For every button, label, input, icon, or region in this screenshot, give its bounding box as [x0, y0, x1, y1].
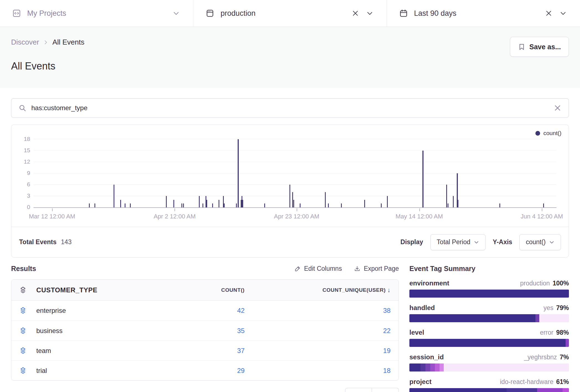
breadcrumb-discover-link[interactable]: Discover — [11, 38, 39, 47]
tag-top-value: error — [540, 329, 553, 336]
chart-bar[interactable] — [499, 203, 500, 207]
chart-bar[interactable] — [446, 185, 447, 207]
chart-plot-area[interactable]: 0369121518 — [34, 139, 556, 208]
chart-bar[interactable] — [300, 203, 301, 207]
display-select[interactable]: Total Period — [430, 234, 486, 250]
chart-bar[interactable] — [292, 192, 293, 207]
cell-count[interactable]: 29 — [145, 367, 245, 375]
sort-desc-arrow: ↓ — [387, 287, 391, 294]
chart-bar[interactable] — [448, 203, 448, 207]
col-customer-type[interactable]: CUSTOMER_TYPE — [36, 286, 97, 294]
cell-customer-type: business — [36, 327, 63, 335]
chart-bar[interactable] — [125, 203, 125, 207]
previous-page-button[interactable] — [345, 388, 372, 392]
table-header-row: CUSTOMER_TYPE COUNT() COUNT_UNIQUE(USER)… — [11, 280, 399, 301]
x-tick-mark — [419, 208, 420, 211]
chart-bar[interactable] — [238, 139, 239, 207]
environment-filter[interactable]: production — [193, 0, 386, 27]
col-count[interactable]: COUNT() — [145, 287, 245, 293]
export-page-button[interactable]: Export Page — [354, 265, 399, 272]
tag-distribution-bar[interactable] — [409, 388, 569, 392]
search-bar[interactable]: has:customer_type — [11, 98, 569, 118]
tag-distribution-bar[interactable] — [409, 290, 569, 298]
chart-bar[interactable] — [264, 203, 265, 207]
date-range-label: Last 90 days — [414, 9, 456, 18]
table-row: enterprise 42 38 — [11, 301, 399, 321]
chart-bar[interactable] — [199, 196, 200, 207]
save-as-button[interactable]: Save as... — [510, 37, 569, 57]
tag-distribution-bar[interactable] — [409, 314, 569, 322]
clear-date-icon[interactable] — [545, 10, 552, 17]
chart-bar[interactable] — [381, 203, 382, 207]
chart-bar[interactable] — [224, 203, 225, 207]
tag-bar-segment — [537, 388, 563, 392]
tag-name: project — [409, 378, 432, 386]
cell-count-unique-user[interactable]: 19 — [245, 347, 391, 355]
tag-bar-segment — [535, 314, 539, 322]
y-axis-select[interactable]: count() — [519, 234, 561, 250]
pagination — [11, 388, 399, 392]
results-section: Results Edit Columns Export Page — [11, 262, 399, 392]
chevron-down-icon[interactable] — [173, 10, 180, 17]
chart-bar[interactable] — [173, 200, 174, 207]
tag-percent: 100% — [553, 280, 569, 287]
chart-bar[interactable] — [387, 196, 388, 207]
tag-distribution-bar[interactable] — [409, 363, 569, 372]
chart-bar[interactable] — [130, 203, 131, 207]
chart-bar[interactable] — [242, 200, 243, 207]
edit-columns-button[interactable]: Edit Columns — [294, 265, 342, 272]
chart-bar[interactable] — [181, 203, 182, 207]
results-heading: Results — [11, 265, 36, 273]
col-count-unique-user[interactable]: COUNT_UNIQUE(USER) ↓ — [245, 287, 391, 294]
chart-bar[interactable] — [219, 200, 219, 207]
chart-bar[interactable] — [114, 185, 114, 207]
chart-bar[interactable] — [212, 203, 213, 207]
chart-bar[interactable] — [293, 200, 294, 207]
next-page-button[interactable] — [372, 388, 399, 392]
cell-count[interactable]: 37 — [145, 347, 245, 355]
chart-bar[interactable] — [206, 200, 207, 207]
chart-bar[interactable] — [341, 203, 342, 207]
clear-environment-icon[interactable] — [352, 10, 359, 17]
chart-bar[interactable] — [183, 203, 184, 207]
cell-count-unique-user[interactable]: 38 — [245, 307, 391, 314]
x-tick-label: May 14 12:00 AM — [396, 213, 443, 220]
tag-bar-segment — [563, 388, 569, 392]
cell-count[interactable]: 35 — [145, 327, 245, 335]
chart-bar[interactable] — [328, 203, 329, 207]
tag-distribution-bar[interactable] — [409, 339, 569, 347]
chart-bar[interactable] — [289, 185, 290, 207]
tag-row: level error 98% — [409, 329, 569, 347]
y-tick-label: 18 — [14, 136, 30, 142]
gridline: 18 — [34, 139, 556, 139]
chart-bar[interactable] — [422, 151, 424, 207]
chart-bar[interactable] — [364, 200, 365, 207]
tag-top-value: ido-react-hardware — [500, 378, 553, 386]
search-input[interactable]: has:customer_type — [31, 104, 549, 112]
chevron-down-icon[interactable] — [366, 10, 373, 17]
y-tick-label: 9 — [14, 170, 30, 176]
chart-bar[interactable] — [453, 196, 454, 207]
chart-bar[interactable] — [89, 203, 90, 207]
date-range-filter[interactable]: Last 90 days — [387, 0, 580, 27]
stack-icon — [19, 307, 27, 314]
chart-bar[interactable] — [236, 203, 237, 207]
x-tick-mark — [174, 208, 175, 211]
chart-bar[interactable] — [120, 200, 121, 207]
chart-bar[interactable] — [202, 203, 203, 207]
cell-count[interactable]: 42 — [145, 307, 245, 314]
project-filter[interactable]: My Projects — [0, 0, 193, 27]
projects-icon — [12, 9, 21, 18]
chart-bar[interactable] — [458, 200, 458, 207]
chart-bar[interactable] — [325, 192, 326, 207]
chart-bar[interactable] — [166, 196, 167, 207]
chart-bar[interactable] — [94, 203, 95, 207]
cell-count-unique-user[interactable]: 18 — [245, 367, 391, 375]
clear-search-icon[interactable] — [554, 104, 561, 112]
cell-count-unique-user[interactable]: 22 — [245, 327, 391, 335]
tag-bar-segment — [409, 290, 569, 298]
chevron-down-icon[interactable] — [560, 10, 567, 17]
chart-bar[interactable] — [543, 203, 544, 207]
x-tick-mark — [52, 208, 53, 211]
chart-footer: Total Events 143 Display Total Period Y-… — [11, 227, 569, 257]
